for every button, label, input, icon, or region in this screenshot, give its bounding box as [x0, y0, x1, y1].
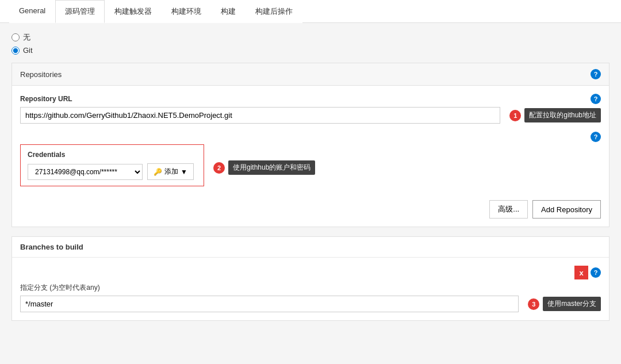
tab-trigger[interactable]: 构建触发器	[105, 0, 162, 23]
radio-git-input[interactable]	[12, 47, 20, 55]
button-row: 高级... Add Repository	[20, 200, 601, 219]
tab-post[interactable]: 构建后操作	[246, 0, 302, 23]
key-icon: 🔑	[154, 168, 162, 176]
credentials-field-group: ? Credentials 271314998@qq.com/****** 🔑 …	[20, 132, 601, 192]
branches-bubble-num: 3	[528, 298, 539, 310]
tab-source[interactable]: 源码管理	[55, 0, 105, 23]
tab-bar: General 源码管理 构建触发器 构建环境 构建 构建后操作	[0, 0, 621, 23]
scm-radio-group: 无 Git	[12, 32, 610, 55]
radio-git-label: Git	[23, 46, 33, 55]
credentials-row: 271314998@qq.com/****** 🔑 添加 ▼	[28, 163, 197, 180]
branches-body: x ? 指定分支 (为空时代表any) 3 使用master分支	[12, 258, 609, 320]
repositories-title: Repositories	[20, 70, 62, 79]
branches-input-row: 3 使用master分支	[20, 296, 601, 312]
delete-branch-button[interactable]: x	[574, 266, 588, 279]
branches-section: Branches to build x ? 指定分支 (为空时代表any) 3 …	[12, 236, 610, 321]
url-field-group: Repository URL ? 1 配置拉取的github地址	[20, 94, 601, 124]
advanced-button[interactable]: 高级...	[489, 200, 528, 219]
branches-bubble-text: 使用master分支	[543, 297, 601, 311]
add-credentials-button[interactable]: 🔑 添加 ▼	[147, 163, 194, 180]
radio-git[interactable]: Git	[12, 46, 610, 55]
add-repository-button[interactable]: Add Repository	[532, 200, 601, 219]
credentials-select[interactable]: 271314998@qq.com/******	[28, 164, 143, 180]
main-content: 无 Git Repositories ? Repository URL ?	[0, 23, 621, 357]
url-row: 1 配置拉取的github地址	[20, 107, 601, 124]
credentials-label: Credentials	[28, 151, 197, 159]
tab-env[interactable]: 构建环境	[162, 0, 211, 23]
credentials-box: Credentials 271314998@qq.com/****** 🔑 添加…	[20, 144, 204, 186]
repositories-help-icon[interactable]: ?	[591, 69, 601, 79]
url-label: Repository URL ?	[20, 94, 601, 104]
url-input[interactable]	[20, 107, 500, 124]
repositories-header: Repositories ?	[12, 63, 609, 86]
radio-none-input[interactable]	[12, 33, 20, 41]
tab-build[interactable]: 构建	[211, 0, 246, 23]
url-help-icon[interactable]: ?	[591, 94, 601, 104]
repositories-body: Repository URL ? 1 配置拉取的github地址 ?	[12, 86, 609, 227]
branches-field-label: 指定分支 (为空时代表any)	[20, 283, 601, 293]
branches-annotation: 3 使用master分支	[528, 297, 601, 311]
credentials-bubble-num: 2	[213, 162, 225, 174]
radio-none-label: 无	[23, 32, 30, 43]
url-bubble-num: 1	[509, 110, 521, 121]
tab-general[interactable]: General	[9, 0, 55, 23]
branches-help-icon[interactable]: ?	[591, 267, 601, 278]
branches-header: Branches to build	[12, 237, 609, 258]
dropdown-arrow-icon: ▼	[181, 168, 187, 176]
branch-specifier-input[interactable]	[20, 296, 519, 312]
add-credentials-label: 添加	[164, 167, 178, 177]
radio-none[interactable]: 无	[12, 32, 610, 43]
credentials-help-icon[interactable]: ?	[591, 132, 601, 142]
repositories-section: Repositories ? Repository URL ? 1 配置拉取的g…	[12, 63, 610, 227]
credentials-bubble-text: 使用githhub的账户和密码	[228, 160, 315, 175]
url-bubble-text: 配置拉取的github地址	[524, 108, 601, 122]
branches-icons-row: x ?	[20, 266, 601, 279]
credentials-annotation: 2 使用githhub的账户和密码	[213, 160, 315, 175]
url-annotation: 1 配置拉取的github地址	[509, 108, 601, 122]
